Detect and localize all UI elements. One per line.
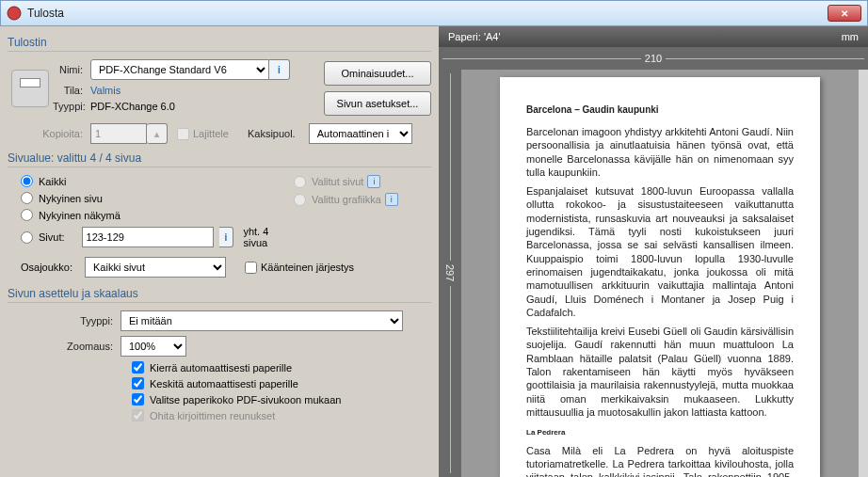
- choose-paper-checkbox[interactable]: [132, 393, 144, 405]
- ignore-margins-checkbox: [132, 409, 144, 421]
- duplex-select[interactable]: Automaattinen i: [309, 123, 412, 144]
- pages-total: yht. 4 sivua: [243, 226, 281, 248]
- duplex-label: Kaksipuol.: [248, 128, 303, 139]
- window-title: Tulosta: [27, 7, 828, 20]
- name-label: Nimi:: [53, 64, 90, 75]
- titlebar: Tulosta ✕: [0, 0, 868, 26]
- printer-group-title: Tulostin: [8, 36, 431, 49]
- subset-label: Osajoukko:: [21, 262, 85, 273]
- range-current-page-radio[interactable]: [21, 192, 33, 204]
- zoom-select[interactable]: 100%: [121, 336, 186, 357]
- preview-page: Barcelona – Gaudin kaupunki Barcelonan i…: [500, 77, 820, 477]
- paper-bar: Paperi: 'A4' mm: [439, 26, 868, 47]
- info-icon: i: [385, 193, 398, 206]
- printer-name-select[interactable]: PDF-XChange Standard V6: [90, 59, 269, 80]
- page-setup-button[interactable]: Sivun asetukset...: [324, 91, 431, 116]
- doc-title: Barcelona – Gaudin kaupunki: [526, 103, 794, 116]
- close-button[interactable]: ✕: [828, 5, 861, 22]
- selected-graphics-radio: [294, 194, 306, 206]
- app-icon: [7, 6, 22, 21]
- reverse-checkbox[interactable]: [245, 262, 257, 274]
- info-icon[interactable]: i: [219, 227, 234, 247]
- paper-label: Paperi: 'A4': [448, 31, 501, 42]
- preview-area: Barcelona – Gaudin kaupunki Barcelonan i…: [461, 70, 859, 477]
- properties-button[interactable]: Ominaisuudet...: [324, 61, 431, 86]
- type-label: Tyyppi:: [53, 101, 90, 112]
- subset-select[interactable]: Kaikki sivut: [85, 257, 226, 278]
- status-value: Valmis: [90, 85, 121, 96]
- layout-type-label: Tyyppi:: [8, 315, 121, 326]
- info-icon: i: [367, 175, 380, 188]
- auto-center-checkbox[interactable]: [132, 377, 144, 390]
- ruler-horizontal: 210: [439, 47, 868, 70]
- auto-rotate-checkbox[interactable]: [132, 361, 144, 374]
- layout-group-title: Sivun asettelu ja skaalaus: [8, 287, 431, 300]
- printer-icon: [11, 70, 49, 107]
- copies-label: Kopioita:: [8, 128, 90, 139]
- svg-point-0: [8, 7, 21, 20]
- copies-stepper: ▴: [147, 123, 168, 144]
- ruler-vertical: 297: [439, 70, 461, 477]
- collate-label: Lajittele: [193, 128, 229, 139]
- zoom-label: Zoomaus:: [8, 341, 121, 352]
- range-all-radio[interactable]: [21, 175, 33, 187]
- range-pages-radio[interactable]: [21, 231, 33, 244]
- range-current-view-radio[interactable]: [21, 209, 33, 221]
- collate-checkbox: [177, 128, 189, 140]
- info-icon[interactable]: i: [269, 59, 290, 80]
- copies-input: [90, 123, 147, 144]
- selected-pages-radio: [294, 176, 306, 188]
- range-group-title: Sivualue: valittu 4 / 4 sivua: [8, 151, 431, 165]
- reverse-label: Käänteinen järjestys: [261, 262, 354, 273]
- layout-type-select[interactable]: Ei mitään: [121, 310, 403, 331]
- pages-input[interactable]: [82, 227, 214, 247]
- status-label: Tila:: [53, 85, 90, 96]
- unit-label: mm: [842, 31, 859, 42]
- type-value: PDF-XChange 6.0: [90, 101, 175, 112]
- doc-subheading: La Pedrera: [526, 428, 794, 437]
